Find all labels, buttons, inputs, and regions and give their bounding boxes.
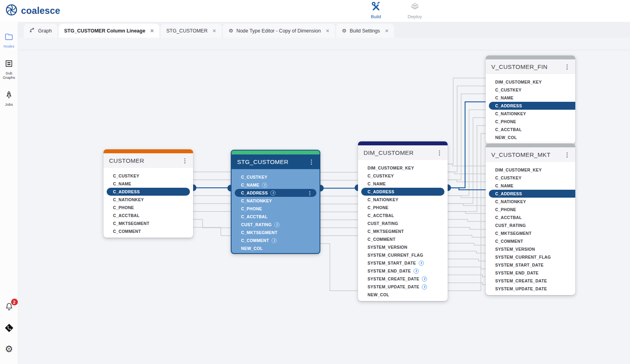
kebab-menu-icon[interactable]: ⋮ xyxy=(182,158,193,164)
column-row-C_NAME[interactable]: C_NAME xyxy=(486,182,575,190)
graph-node-DIM_CUSTOMER[interactable]: DIM_CUSTOMER⋮DIM_CUSTOMER_KEYC_CUSTKEYC_… xyxy=(358,141,448,301)
graph-node-V_CUSTOMER_FIN[interactable]: V_CUSTOMER_FIN⋮DIM_CUSTOMER_KEYC_CUSTKEY… xyxy=(486,55,575,144)
column-row-C_ACCTBAL[interactable]: C_ACCTBAL xyxy=(232,213,320,221)
column-row-C_NATIONKEY[interactable]: C_NATIONKEY xyxy=(232,197,320,205)
kebab-menu-icon[interactable]: ⋮ xyxy=(437,150,448,156)
column-row-C_COMMENT[interactable]: C_COMMENT xyxy=(103,227,193,235)
column-row-C_PHONE[interactable]: C_PHONE xyxy=(486,206,575,213)
column-row-C_PHONE[interactable]: C_PHONE xyxy=(232,205,320,213)
column-row-SYSTEM_END_DATE[interactable]: SYSTEM_END_DATEt xyxy=(358,267,448,275)
column-row-C_CUSTKEY[interactable]: C_CUSTKEY xyxy=(486,86,575,94)
sidebar-item-jobs[interactable]: Jobs xyxy=(4,90,13,107)
close-icon[interactable]: ✕ xyxy=(212,28,216,34)
column-row-C_NATIONKEY[interactable]: C_NATIONKEY xyxy=(486,198,575,206)
tab-stg-customer-column-lineage[interactable]: STG_CUSTOMER Column Lineage ✕ xyxy=(59,24,160,38)
column-row-SYSTEM_CREATE_DATE[interactable]: SYSTEM_CREATE_DATE xyxy=(486,277,575,285)
column-row-SYSTEM_CURRENT_FLAG[interactable]: SYSTEM_CURRENT_FLAG xyxy=(486,253,575,261)
column-row-SYSTEM_UPDATE_DATE[interactable]: SYSTEM_UPDATE_DATEt xyxy=(358,283,448,291)
sidebar-item-nodes[interactable]: Nodes xyxy=(4,32,14,49)
tab-node-type-editor[interactable]: ⚙ Node Type Editor - Copy of Dimension ✕ xyxy=(223,24,335,38)
node-header[interactable]: V_CUSTOMER_MKT⋮ xyxy=(486,147,575,162)
column-row-C_ACCTBAL[interactable]: C_ACCTBAL xyxy=(486,126,575,133)
column-row-C_MKTSEGMENT[interactable]: C_MKTSEGMENT xyxy=(103,219,193,227)
column-row-C_PHONE[interactable]: C_PHONE xyxy=(103,204,193,212)
tab-graph[interactable]: Graph xyxy=(24,24,57,38)
close-icon[interactable]: ✕ xyxy=(150,28,154,34)
kebab-menu-icon[interactable]: ⋮ xyxy=(564,64,575,70)
column-row-C_CUSTKEY[interactable]: C_CUSTKEY xyxy=(232,173,320,181)
column-row-C_PHONE[interactable]: C_PHONE xyxy=(358,204,448,212)
graph-node-CUSTOMER[interactable]: CUSTOMER⋮C_CUSTKEYC_NAMEC_ADDRESSC_NATIO… xyxy=(103,149,193,238)
column-row-SYSTEM_START_DATE[interactable]: SYSTEM_START_DATEt xyxy=(358,259,448,267)
column-row-SYSTEM_CURRENT_FLAG[interactable]: SYSTEM_CURRENT_FLAG xyxy=(358,251,448,259)
notifications-button[interactable]: 2 xyxy=(4,302,14,313)
column-row-C_NAME[interactable]: C_NAME xyxy=(358,180,448,188)
column-row-C_ACCTBAL[interactable]: C_ACCTBAL xyxy=(486,213,575,221)
column-row-DIM_CUSTOMER_KEY[interactable]: DIM_CUSTOMER_KEY xyxy=(486,166,575,174)
git-status-button[interactable] xyxy=(4,323,14,334)
column-row-DIM_CUSTOMER_KEY[interactable]: DIM_CUSTOMER_KEY xyxy=(486,78,575,86)
column-row-CUST_RATING[interactable]: CUST_RATING xyxy=(486,221,575,229)
column-row-C_MKTSEGMENT[interactable]: C_MKTSEGMENT xyxy=(486,229,575,237)
column-row-SYSTEM_END_DATE[interactable]: SYSTEM_END_DATE xyxy=(486,269,575,277)
column-row-CUST_RATING[interactable]: CUST_RATING xyxy=(358,219,448,227)
node-title: STG_CUSTOMER xyxy=(232,158,289,165)
column-row-C_CUSTKEY[interactable]: C_CUSTKEY xyxy=(486,174,575,182)
column-row-C_ADDRESS[interactable]: C_ADDRESS xyxy=(489,190,575,198)
column-row-C_CUSTKEY[interactable]: C_CUSTKEY xyxy=(103,172,193,180)
column-row-DIM_CUSTOMER_KEY[interactable]: DIM_CUSTOMER_KEY xyxy=(358,164,448,172)
close-icon[interactable]: ✕ xyxy=(385,28,389,34)
node-header[interactable]: STG_CUSTOMER⋮ xyxy=(232,154,320,169)
column-row-C_ADDRESS[interactable]: C_ADDRESS xyxy=(107,188,190,196)
graph-node-V_CUSTOMER_MKT[interactable]: V_CUSTOMER_MKT⋮DIM_CUSTOMER_KEYC_CUSTKEY… xyxy=(486,143,575,295)
tab-stg-customer[interactable]: STG_CUSTOMER ✕ xyxy=(161,24,222,38)
nav-deploy[interactable]: Deploy xyxy=(400,1,429,19)
column-row-C_ACCTBAL[interactable]: C_ACCTBAL xyxy=(103,212,193,219)
column-row-SYSTEM_CREATE_DATE[interactable]: SYSTEM_CREATE_DATEt xyxy=(358,275,448,283)
column-row-C_MKTSEGMENT[interactable]: C_MKTSEGMENT xyxy=(232,229,320,236)
node-columns: DIM_CUSTOMER_KEYC_CUSTKEYC_NAMEC_ADDRESS… xyxy=(486,74,575,144)
tab-build-settings[interactable]: ⚙ Build Settings ✕ xyxy=(336,24,394,38)
column-name: C_ACCTBAL xyxy=(113,213,140,218)
column-row-NEW_COL[interactable]: NEW_COL xyxy=(358,291,448,299)
column-row-SYSTEM_START_DATE[interactable]: SYSTEM_START_DATE xyxy=(486,261,575,269)
graph-node-STG_CUSTOMER[interactable]: STG_CUSTOMER⋮C_CUSTKEYC_NAMEtC_ADDRESSt⋮… xyxy=(231,150,320,254)
settings-button[interactable]: ⚙ xyxy=(5,345,13,354)
column-name: DIM_CUSTOMER_KEY xyxy=(368,166,414,170)
column-row-C_COMMENT[interactable]: C_COMMENT xyxy=(358,235,448,243)
column-row-C_ADDRESS[interactable]: C_ADDRESSt⋮ xyxy=(235,189,316,197)
kebab-menu-icon[interactable]: ⋮ xyxy=(564,152,575,158)
sidebar-item-subgraphs[interactable]: Sub Graphs xyxy=(3,59,15,80)
column-row-SYSTEM_VERSION[interactable]: SYSTEM_VERSION xyxy=(486,245,575,253)
kebab-menu-icon[interactable]: ⋮ xyxy=(308,159,320,165)
column-row-C_ADDRESS[interactable]: C_ADDRESS xyxy=(361,188,444,196)
node-columns: C_CUSTKEYC_NAMEC_ADDRESSC_NATIONKEYC_PHO… xyxy=(103,168,193,238)
column-row-C_ADDRESS[interactable]: C_ADDRESS xyxy=(489,102,575,110)
column-row-C_COMMENT[interactable]: C_COMMENTt xyxy=(232,236,320,244)
column-row-C_NATIONKEY[interactable]: C_NATIONKEY xyxy=(103,196,193,204)
column-row-C_NAME[interactable]: C_NAMEt xyxy=(232,181,320,189)
node-header[interactable]: V_CUSTOMER_FIN⋮ xyxy=(486,59,575,74)
column-kebab-menu-icon[interactable]: ⋮ xyxy=(307,190,316,196)
column-row-C_NAME[interactable]: C_NAME xyxy=(486,94,575,102)
node-header[interactable]: DIM_CUSTOMER⋮ xyxy=(358,145,448,160)
column-row-C_CUSTKEY[interactable]: C_CUSTKEY xyxy=(358,172,448,180)
column-row-SYSTEM_UPDATE_DATE[interactable]: SYSTEM_UPDATE_DATE xyxy=(486,285,575,293)
column-row-NEW_COL[interactable]: NEW_COL xyxy=(232,244,320,252)
column-row-C_PHONE[interactable]: C_PHONE xyxy=(486,118,575,126)
lineage-canvas[interactable]: CUSTOMER⋮C_CUSTKEYC_NAMEC_ADDRESSC_NATIO… xyxy=(18,38,630,364)
column-row-C_NAME[interactable]: C_NAME xyxy=(103,180,193,188)
node-header[interactable]: CUSTOMER⋮ xyxy=(103,153,193,168)
column-row-C_COMMENT[interactable]: C_COMMENT xyxy=(486,237,575,245)
column-row-C_ACCTBAL[interactable]: C_ACCTBAL xyxy=(358,212,448,219)
column-row-C_NATIONKEY[interactable]: C_NATIONKEY xyxy=(486,110,575,118)
column-row-SYSTEM_VERSION[interactable]: SYSTEM_VERSION xyxy=(358,243,448,251)
column-row-C_MKTSEGMENT[interactable]: C_MKTSEGMENT xyxy=(358,227,448,235)
top-nav: Build Deploy xyxy=(362,1,439,19)
column-row-CUST_RATING[interactable]: CUST_RATINGt xyxy=(232,221,320,229)
column-row-NEW_COL[interactable]: NEW_COL xyxy=(486,133,575,141)
coalesce-logo[interactable]: coalesce xyxy=(6,4,60,17)
column-row-C_NATIONKEY[interactable]: C_NATIONKEY xyxy=(358,196,448,204)
close-icon[interactable]: ✕ xyxy=(326,28,329,34)
nav-build[interactable]: Build xyxy=(362,1,390,19)
